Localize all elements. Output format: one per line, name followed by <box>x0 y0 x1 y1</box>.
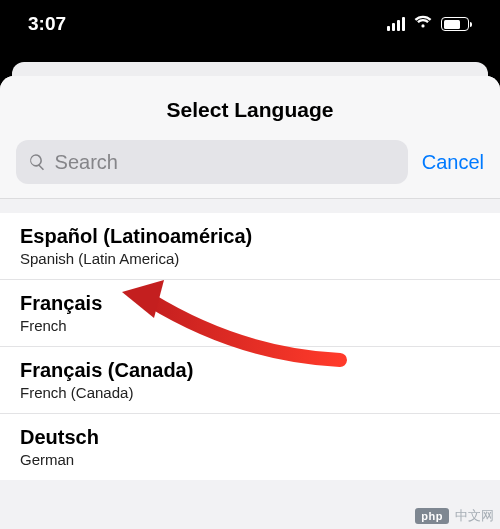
watermark-badge: php <box>415 508 449 524</box>
status-bar: 3:07 <box>0 0 500 48</box>
language-modal: Select Language Cancel Español (Latinoam… <box>0 76 500 529</box>
language-list: Español (Latinoamérica) Spanish (Latin A… <box>0 213 500 480</box>
language-item-spanish-latam[interactable]: Español (Latinoamérica) Spanish (Latin A… <box>0 213 500 280</box>
language-english-label: French <box>20 317 500 334</box>
cellular-signal-icon <box>387 17 405 31</box>
modal-header: Select Language Cancel <box>0 76 500 199</box>
status-indicators <box>387 15 472 33</box>
language-english-label: Spanish (Latin America) <box>20 250 500 267</box>
language-english-label: French (Canada) <box>20 384 500 401</box>
language-native-label: Español (Latinoamérica) <box>20 225 500 248</box>
search-input[interactable] <box>55 151 396 174</box>
status-time: 3:07 <box>28 13 66 35</box>
search-field[interactable] <box>16 140 408 184</box>
watermark-text: 中文网 <box>455 507 494 525</box>
language-native-label: Français <box>20 292 500 315</box>
language-item-french-canada[interactable]: Français (Canada) French (Canada) <box>0 347 500 414</box>
watermark: php 中文网 <box>415 507 494 525</box>
language-item-french[interactable]: Français French <box>0 280 500 347</box>
language-native-label: Français (Canada) <box>20 359 500 382</box>
modal-title: Select Language <box>0 76 500 140</box>
language-english-label: German <box>20 451 500 468</box>
language-item-german[interactable]: Deutsch German <box>0 414 500 480</box>
cancel-button[interactable]: Cancel <box>422 151 484 174</box>
search-icon <box>28 152 47 172</box>
search-row: Cancel <box>0 140 500 198</box>
battery-icon <box>441 17 472 31</box>
wifi-icon <box>413 15 433 33</box>
language-native-label: Deutsch <box>20 426 500 449</box>
list-wrapper: Español (Latinoamérica) Spanish (Latin A… <box>0 199 500 529</box>
